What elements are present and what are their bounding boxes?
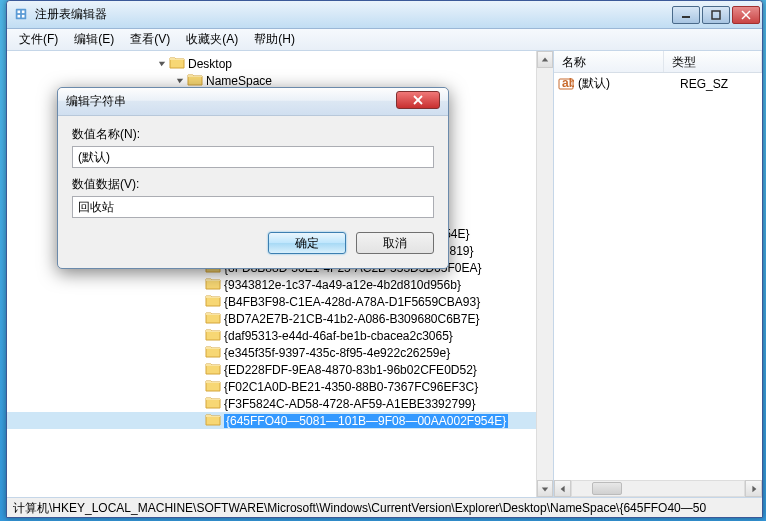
tree-item[interactable]: {e345f35f-9397-435c-8f95-4e922c26259e} <box>7 344 553 361</box>
collapse-icon[interactable] <box>175 76 185 86</box>
value-data-field[interactable] <box>72 196 434 218</box>
tree-spacer <box>193 348 203 358</box>
value-name: (默认) <box>578 75 680 92</box>
tree-label: Desktop <box>188 57 232 71</box>
tree-vscrollbar[interactable] <box>536 51 553 497</box>
tree-spacer <box>193 416 203 426</box>
hscroll-thumb[interactable] <box>592 482 622 495</box>
svg-rect-4 <box>22 14 25 17</box>
tree-label: NameSpace <box>206 74 272 88</box>
tree-label: {9343812e-1c37-4a49-a12e-4b2d810d956b} <box>224 278 461 292</box>
tree-label: {BD7A2E7B-21CB-41b2-A086-B309680C6B7E} <box>224 312 480 326</box>
scroll-up-button[interactable] <box>537 51 553 68</box>
tree-label: {e345f35f-9397-435c-8f95-4e922c26259e} <box>224 346 450 360</box>
edit-string-dialog: 编辑字符串 数值名称(N): 数值数据(V): 确定 取消 <box>57 87 449 269</box>
tree-item[interactable]: {BD7A2E7B-21CB-41b2-A086-B309680C6B7E} <box>7 310 553 327</box>
scroll-right-button[interactable] <box>745 480 762 497</box>
tree-item[interactable]: {B4FB3F98-C1EA-428d-A78A-D1F5659CBA93} <box>7 293 553 310</box>
string-value-icon: ab <box>558 76 574 92</box>
tree-spacer <box>193 382 203 392</box>
minimize-button[interactable] <box>672 6 700 24</box>
menu-help[interactable]: 帮助(H) <box>246 29 303 50</box>
tree-spacer <box>193 331 203 341</box>
list-item[interactable]: ab (默认) REG_SZ <box>554 75 762 92</box>
value-type: REG_SZ <box>680 77 758 91</box>
folder-icon <box>205 327 221 344</box>
svg-rect-1 <box>18 10 21 13</box>
tree-label: {daf95313-e44d-46af-be1b-cbacea2c3065} <box>224 329 453 343</box>
dialog-title: 编辑字符串 <box>66 93 396 110</box>
dialog-titlebar: 编辑字符串 <box>58 88 448 116</box>
folder-icon <box>205 293 221 310</box>
tree-spacer <box>193 365 203 375</box>
list-body: ab (默认) REG_SZ <box>554 73 762 94</box>
tree-label: {ED228FDF-9EA8-4870-83b1-96b02CFE0D52} <box>224 363 477 377</box>
svg-rect-2 <box>22 10 25 13</box>
menu-edit[interactable]: 编辑(E) <box>66 29 122 50</box>
svg-rect-6 <box>712 11 720 19</box>
menu-favorites[interactable]: 收藏夹(A) <box>178 29 246 50</box>
window-title: 注册表编辑器 <box>35 6 672 23</box>
folder-icon <box>205 378 221 395</box>
tree-label: {F02C1A0D-BE21-4350-88B0-7367FC96EF3C} <box>224 380 478 394</box>
tree-spacer <box>193 297 203 307</box>
tree-item[interactable]: {ED228FDF-9EA8-4870-83b1-96b02CFE0D52} <box>7 361 553 378</box>
collapse-icon[interactable] <box>157 59 167 69</box>
tree-item[interactable]: {daf95313-e44d-46af-be1b-cbacea2c3065} <box>7 327 553 344</box>
tree-spacer <box>193 314 203 324</box>
titlebar: 注册表编辑器 <box>7 1 762 29</box>
ok-button[interactable]: 确定 <box>268 232 346 254</box>
app-icon <box>13 7 29 23</box>
folder-icon <box>205 361 221 378</box>
scroll-down-button[interactable] <box>537 480 553 497</box>
folder-icon <box>205 412 221 429</box>
column-name[interactable]: 名称 <box>554 51 664 72</box>
list-header: 名称 类型 <box>554 51 762 73</box>
cancel-button[interactable]: 取消 <box>356 232 434 254</box>
value-name-label: 数值名称(N): <box>72 126 434 143</box>
folder-icon <box>205 310 221 327</box>
status-path: 计算机\HKEY_LOCAL_MACHINE\SOFTWARE\Microsof… <box>13 501 706 515</box>
values-hscrollbar[interactable] <box>554 480 762 497</box>
statusbar: 计算机\HKEY_LOCAL_MACHINE\SOFTWARE\Microsof… <box>7 497 762 517</box>
hscroll-track[interactable] <box>571 480 745 497</box>
folder-icon <box>205 344 221 361</box>
menu-file[interactable]: 文件(F) <box>11 29 66 50</box>
menubar: 文件(F) 编辑(E) 查看(V) 收藏夹(A) 帮助(H) <box>7 29 762 51</box>
dialog-close-button[interactable] <box>396 91 440 109</box>
svg-rect-3 <box>18 14 21 17</box>
tree-item[interactable]: {F02C1A0D-BE21-4350-88B0-7367FC96EF3C} <box>7 378 553 395</box>
tree-item[interactable]: {645FFO40—5081—101B—9F08—00AA002F954E} <box>7 412 553 429</box>
tree-item[interactable]: Desktop <box>7 55 553 72</box>
tree-label: {645FFO40—5081—101B—9F08—00AA002F954E} <box>224 414 508 428</box>
folder-icon <box>169 55 185 72</box>
dialog-body: 数值名称(N): 数值数据(V): 确定 取消 <box>58 116 448 268</box>
value-name-field[interactable] <box>72 146 434 168</box>
column-type[interactable]: 类型 <box>664 51 762 72</box>
window-controls <box>672 6 760 24</box>
dialog-buttons: 确定 取消 <box>72 232 434 254</box>
svg-rect-0 <box>16 8 27 19</box>
folder-icon <box>205 395 221 412</box>
tree-item[interactable]: {F3F5824C-AD58-4728-AF59-A1EBE3392799} <box>7 395 553 412</box>
tree-label: {F3F5824C-AD58-4728-AF59-A1EBE3392799} <box>224 397 476 411</box>
values-pane: 名称 类型 ab (默认) REG_SZ <box>554 51 762 497</box>
close-button[interactable] <box>732 6 760 24</box>
svg-text:ab: ab <box>562 76 574 90</box>
maximize-button[interactable] <box>702 6 730 24</box>
folder-icon <box>205 276 221 293</box>
tree-spacer <box>193 399 203 409</box>
scroll-left-button[interactable] <box>554 480 571 497</box>
menu-view[interactable]: 查看(V) <box>122 29 178 50</box>
value-data-label: 数值数据(V): <box>72 176 434 193</box>
tree-label: {B4FB3F98-C1EA-428d-A78A-D1F5659CBA93} <box>224 295 480 309</box>
tree-spacer <box>193 280 203 290</box>
tree-item[interactable]: {9343812e-1c37-4a49-a12e-4b2d810d956b} <box>7 276 553 293</box>
